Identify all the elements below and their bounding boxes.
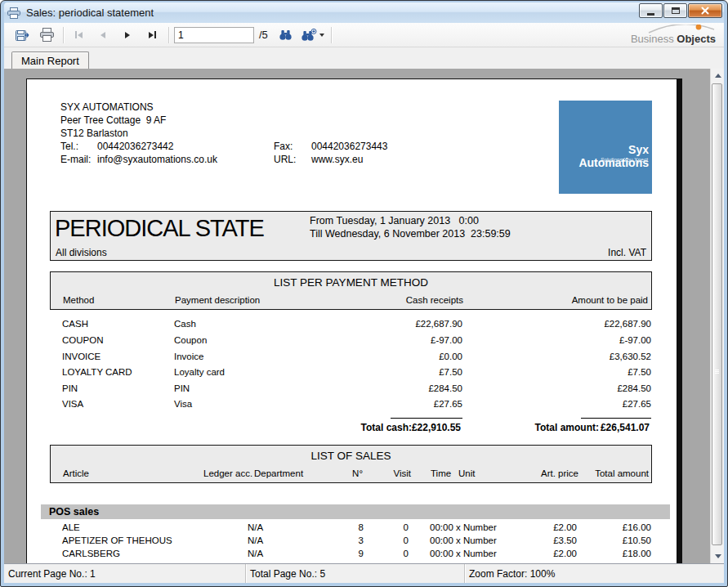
status-current-page: Current Page No.: 1 [4,564,246,583]
payment-row: VISAVisa£27.65£27.65 [27,397,678,413]
report-title: PERIODICAL STATE [55,215,264,242]
cell-cash: £-97.00 [431,335,462,345]
cell-description: Coupon [174,335,207,345]
report-viewport: SYX AUTOMATIONS Peer Tree Cottage 9 AF S… [4,69,724,563]
cell-method: PIN [62,383,78,393]
brand-word-objects: Objects [677,33,716,45]
cell-n: 3 [359,535,364,545]
cell-method: COUPON [62,335,103,345]
cell-price: £3.50 [553,535,577,545]
cell-department: N/A [248,522,263,532]
cell-method: LOYALTY CARD [62,367,132,377]
title-bar: Sales: periodical statement [4,2,724,23]
minimize-button[interactable] [639,3,663,18]
close-button[interactable] [688,3,722,18]
col-art-price: Art. price [541,468,578,478]
cell-amount: £284.50 [617,383,651,393]
col-visit: Visit [393,468,411,478]
scroll-down-icon [715,554,721,558]
sales-table-title: LIST OF SALES [51,450,651,462]
payment-table-header: LIST PER PAYMENT METHOD Method Payment d… [50,271,652,310]
toolbar-separator [331,27,332,43]
email-value: info@syxautomations.co.uk [97,154,217,165]
next-page-button[interactable] [118,25,137,45]
periodical-state-box: PERIODICAL STATE All divisions From Tues… [50,211,652,261]
last-page-icon [149,31,156,38]
cell-visit: 0 [404,549,409,558]
binoculars-plus-icon [301,29,317,42]
fax-value: 00442036273443 [311,141,387,152]
page-number-input[interactable] [174,27,254,43]
sales-row: ALEN/A8000:00 x Number£2.00£16.00 [27,522,678,535]
pos-sales-group-label: POS sales [49,506,99,518]
cell-method: INVOICE [62,352,100,361]
division-label: All divisions [56,247,107,258]
col-article: Article [63,468,89,478]
cell-time-unit: 00:00 x Number [430,549,497,558]
col-total-amount: Total amount [595,468,649,478]
maximize-button[interactable] [663,3,687,18]
cell-cash: £27.65 [434,399,462,409]
cell-n: 8 [359,522,364,532]
export-icon [15,28,30,43]
status-zoom-factor: Zoom Factor: 100% [465,564,724,583]
print-button[interactable] [37,25,56,45]
fax-label: Fax: [274,141,293,152]
cell-total: £16.00 [623,522,651,532]
sales-row: APETIZER OF THEHOUSN/A3000:00 x Number£3… [27,535,678,548]
first-page-icon [75,31,83,38]
payment-table-title: LIST PER PAYMENT METHOD [51,276,651,289]
cell-article: APETIZER OF THEHOUS [62,535,172,545]
first-page-button[interactable] [69,25,88,45]
cell-amount: £7.50 [628,367,651,377]
cell-description: Invoice [174,352,203,361]
col-cash-receipts: Cash receipts [406,295,463,305]
cell-amount: £27.65 [623,399,651,409]
find-next-button[interactable] [301,25,324,45]
col-payment-description: Payment description [175,295,260,305]
scroll-down-button[interactable] [711,549,724,563]
find-button[interactable] [276,25,296,45]
previous-page-button[interactable] [93,25,113,45]
col-amount-to-be-paid: Amount to be paid [572,295,648,305]
cell-description: PIN [174,383,190,393]
next-page-icon [125,32,130,38]
scrollbar-thumb[interactable] [712,83,722,545]
window-title: Sales: periodical statement [26,7,154,19]
scroll-up-button[interactable] [711,69,724,83]
cell-price: £2.00 [553,522,577,532]
payment-row: CASHCash£22,687.90£22,687.90 [27,316,678,333]
cell-cash: £0.00 [439,352,462,361]
scrollbar-grip [715,370,719,374]
col-method: Method [63,295,94,305]
tab-main-report[interactable]: Main Report [11,52,89,69]
last-page-button[interactable] [142,25,162,45]
email-label: E-mail: [60,154,91,165]
total-cash-rule [391,418,462,419]
business-objects-logo: Business Objects [631,25,716,43]
payment-row: PINPIN£284.50£284.50 [27,381,678,397]
col-ledger-acc: Ledger acc. [203,468,252,478]
cell-amount: £-97.00 [619,335,651,345]
payment-row: LOYALTY CARDLoyalty card£7.50£7.50 [27,365,678,381]
syx-automations-logo: Syx Automations Solutions You Xpect [559,101,652,194]
scroll-up-icon [715,74,721,78]
cell-visit: 0 [404,535,409,545]
export-button[interactable] [12,25,32,45]
cell-visit: 0 [404,522,409,532]
cell-n: 9 [359,549,364,558]
cell-cash: £22,687.90 [415,319,462,329]
toolbar-separator [63,27,64,43]
period-till: Till Wednesday, 6 November 2013 23:59:59 [310,228,511,240]
url-label: URL: [274,154,296,165]
col-department: Department [254,468,303,478]
tel-value: 00442036273442 [97,141,173,152]
maximize-icon [672,7,680,14]
cell-article: ALE [62,522,80,532]
window-controls [638,3,722,18]
vat-note: Incl. VAT [608,247,646,258]
cell-method: VISA [62,399,83,409]
payment-row: COUPONCoupon£-97.00£-97.00 [27,333,678,349]
pos-sales-group-band: POS sales [41,504,670,519]
vertical-scrollbar[interactable] [710,69,724,563]
